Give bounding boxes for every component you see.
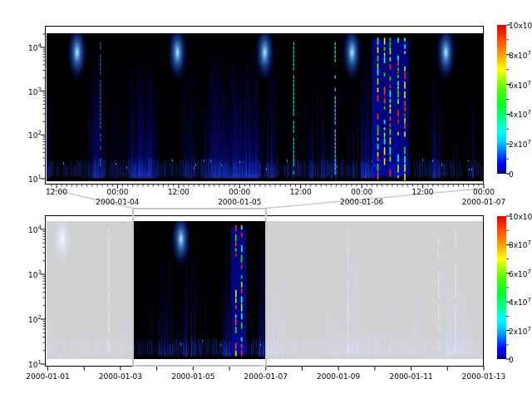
colorbar-tick-label: 8x107 <box>509 239 531 250</box>
colorbar-tick-label: 10x107 <box>509 211 532 222</box>
colorbar-tick-label: 2x107 <box>509 326 531 337</box>
colorbar-tick-label-text: 4x10 <box>509 111 528 119</box>
colorbar-tick-label: 6x107 <box>509 268 531 279</box>
x-tick-label-time-text: 12:00 <box>412 188 434 196</box>
y-tick-label: 101 <box>22 359 42 370</box>
x-tick-label-time-text: 00:00 <box>473 188 495 196</box>
y-tick-label-text: 10 <box>28 175 37 184</box>
x-tick-label-date: 2000-01-05 <box>206 198 273 207</box>
colorbar-tick-label: 4x107 <box>509 109 531 120</box>
colorbar-tick-label-text: 6x10 <box>509 270 528 278</box>
x-tick-label-date: 2000-01-01 <box>15 372 81 382</box>
y-tick-label: 104 <box>22 42 42 53</box>
colorbar-tick-label: 4x107 <box>509 297 531 308</box>
colorbar-tick-label-exp: 7 <box>528 109 531 116</box>
context-colorbar <box>497 216 506 359</box>
y-tick-label-text: 10 <box>28 88 37 96</box>
x-tick-label-date: 2000-01-04 <box>84 198 150 207</box>
x-tick-label-time: 00:00 <box>84 188 150 197</box>
x-tick-label-date-text: 2000-01-07 <box>462 198 505 206</box>
x-tick-label-time-text: 12:00 <box>168 188 190 196</box>
x-tick-label-time: 00:00 <box>451 188 517 197</box>
colorbar-tick-label-text: 4x10 <box>509 298 528 307</box>
y-tick-label: 101 <box>22 174 42 185</box>
x-tick-label-date-text: 2000-01-04 <box>96 198 139 206</box>
colorbar-tick-label-text: 6x10 <box>509 81 528 90</box>
y-tick-label-exp: 1 <box>38 174 42 180</box>
x-tick-label-date: 2000-01-03 <box>87 372 154 382</box>
colorbar-tick-label: 0 <box>509 354 514 365</box>
selection-region-box[interactable] <box>132 208 267 367</box>
x-tick-label-date-text: 2000-01-05 <box>171 372 214 381</box>
y-tick-label-exp: 2 <box>38 130 42 136</box>
x-tick-label-time: 12:00 <box>390 188 456 197</box>
y-tick-label-exp: 2 <box>38 314 42 321</box>
x-tick-label-time-text: 00:00 <box>229 188 250 196</box>
y-tick-label: 103 <box>22 269 42 280</box>
x-tick-label-date-text: 2000-01-11 <box>389 372 432 381</box>
colorbar-tick-label-exp: 7 <box>528 80 531 86</box>
y-tick-label-text: 10 <box>28 361 37 369</box>
y-tick-label-text: 10 <box>28 271 37 279</box>
x-tick-label-time-text: 12:00 <box>290 188 312 196</box>
x-tick-label-date: 2000-01-06 <box>328 198 395 207</box>
colorbar-tick-label-exp: 7 <box>528 139 531 145</box>
x-tick-label-date: 2000-01-11 <box>378 372 445 382</box>
x-tick-label-date-text: 2000-01-01 <box>26 372 69 381</box>
x-tick-label-time: 12:00 <box>23 188 90 197</box>
y-tick-label: 102 <box>22 314 42 325</box>
colorbar-tick-label-exp: 7 <box>528 239 531 246</box>
colorbar-tick-label: 8x107 <box>509 50 531 61</box>
x-tick-label-date-text: 2000-01-05 <box>218 198 261 206</box>
x-tick-label-time-text: 12:00 <box>46 188 67 196</box>
colorbar-tick-label: 0 <box>509 169 514 180</box>
detail-colorbar <box>497 25 506 174</box>
y-tick-label-exp: 4 <box>38 224 42 231</box>
colorbar-tick-label: 2x107 <box>509 139 531 150</box>
x-tick-label-date-text: 2000-01-13 <box>462 372 505 381</box>
x-tick-label-date-text: 2000-01-09 <box>317 372 360 381</box>
x-tick-label-time-text: 00:00 <box>106 188 128 196</box>
y-tick-label: 103 <box>22 86 42 97</box>
x-tick-label-date-text: 2000-01-06 <box>340 198 383 206</box>
colorbar-tick-label-exp: 7 <box>528 268 531 275</box>
colorbar-tick-label: 10x107 <box>509 20 532 31</box>
x-tick-label-date: 2000-01-05 <box>160 372 226 382</box>
y-tick-label-exp: 1 <box>38 359 42 366</box>
colorbar-tick-label-text: 8x10 <box>509 52 528 60</box>
colorbar-tick-label-text: 0 <box>509 170 514 179</box>
colorbar-tick-label-text: 10x10 <box>509 22 532 30</box>
y-tick-label-exp: 4 <box>38 42 42 49</box>
colorbar-tick-label-text: 2x10 <box>509 328 528 336</box>
y-tick-label-text: 10 <box>28 226 37 234</box>
colorbar-tick-label: 6x107 <box>509 80 531 91</box>
x-tick-label-time: 12:00 <box>145 188 212 197</box>
x-tick-label-date: 2000-01-07 <box>233 372 299 382</box>
detail-spectrogram-canvas[interactable] <box>47 33 483 181</box>
y-tick-label: 104 <box>22 224 42 235</box>
y-tick-label-text: 10 <box>28 44 37 52</box>
x-tick-label-time: 12:00 <box>268 188 334 197</box>
x-tick-label-date-text: 2000-01-07 <box>244 372 288 381</box>
x-tick-label-date: 2000-01-07 <box>451 198 517 207</box>
x-tick-label-date: 2000-01-09 <box>305 372 372 382</box>
colorbar-tick-label-exp: 7 <box>528 326 531 332</box>
y-tick-label: 102 <box>22 130 42 140</box>
colorbar-tick-label-text: 2x10 <box>509 140 528 149</box>
y-tick-label-text: 10 <box>28 316 37 324</box>
colorbar-tick-label-text: 0 <box>509 356 514 364</box>
colorbar-tick-label-text: 8x10 <box>509 241 528 249</box>
y-tick-label-exp: 3 <box>38 269 42 276</box>
colorbar-tick-label-text: 10x10 <box>509 213 532 221</box>
colorbar-tick-label-exp: 7 <box>528 297 531 303</box>
colorbar-tick-label-exp: 7 <box>528 50 531 57</box>
x-tick-label-time: 00:00 <box>206 188 273 197</box>
x-tick-label-date-text: 2000-01-03 <box>99 372 142 381</box>
y-tick-label-exp: 3 <box>38 86 42 93</box>
x-tick-label-time-text: 00:00 <box>351 188 372 196</box>
y-tick-label-text: 10 <box>28 131 37 140</box>
spectrogram-viewer-window: 12:0000:002000-01-0412:0000:002000-01-05… <box>0 0 532 399</box>
x-tick-label-time: 00:00 <box>328 188 395 197</box>
x-tick-label-date: 2000-01-13 <box>451 372 517 382</box>
